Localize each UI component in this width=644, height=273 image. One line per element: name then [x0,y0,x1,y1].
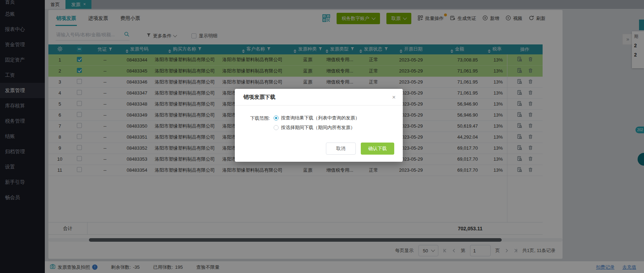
download-dialog: 销项发票下载 × 下载范围: 按查询结果下载（列表中查询的发票） 按选择期间下载… [235,89,403,162]
radio-selected-icon [274,116,279,121]
radio-download-by-query-label: 按查询结果下载（列表中查询的发票） [281,115,360,121]
app-root: 首页总账报表中心资金管理固定资产工资发票管理库存核算税务管理结账归档管理设置新手… [0,0,644,273]
radio-download-by-period-label: 按选择期间下载（期间内所有发票） [281,124,355,131]
close-icon[interactable]: × [392,94,396,100]
radio-download-by-query[interactable]: 按查询结果下载（列表中查询的发票） [274,115,360,121]
dialog-body: 下载范围: 按查询结果下载（列表中查询的发票） 按选择期间下载（期间内所有发票） [235,106,403,131]
scope-label: 下载范围: [250,115,270,131]
radio-unselected-icon [274,125,279,130]
dialog-header: 销项发票下载 × [235,89,403,106]
dialog-footer: 取消 确认下载 [326,143,394,155]
dialog-title: 销项发票下载 [243,94,275,101]
confirm-download-button[interactable]: 确认下载 [361,143,394,155]
cancel-button[interactable]: 取消 [326,143,356,155]
radio-download-by-period[interactable]: 按选择期间下载（期间内所有发票） [274,124,360,131]
